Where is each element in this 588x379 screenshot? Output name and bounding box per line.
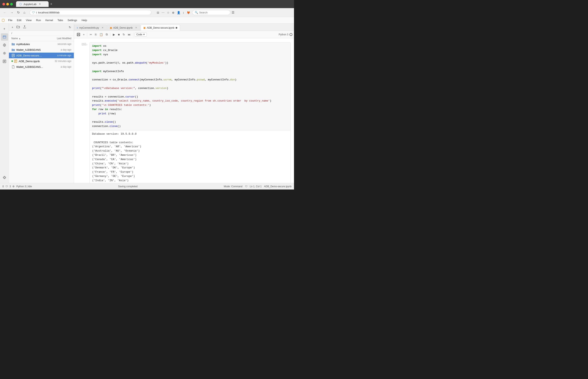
extensions-icon[interactable]: ⋯ [161,10,165,15]
new-file-icon[interactable]: + [1,25,8,32]
new-folder-button[interactable] [16,25,21,30]
svg-rect-0 [3,36,6,38]
svg-point-2 [4,45,5,46]
notebook-content: [3]: import os import cx_Oracle import s… [74,38,294,183]
status-left: 0 🛡 3 ⚙ Python 3 | Idle [2,185,32,188]
commands-icon[interactable] [1,49,8,57]
home-button[interactable]: ⌂ [22,10,27,15]
dropdown-icon: ▼ [143,33,145,35]
notebook-area: ≡ myConnectInfo.py ✕ ▣ ADB_Demo.ipynb ✕ … [74,24,294,183]
restart-button[interactable]: ↻ [121,32,126,37]
file-browser-icon[interactable] [1,33,8,41]
nav-extras: ⊟ ⋯ ☆ ⊕ 👤 ↕ 🦊 [156,10,191,15]
menu-edit[interactable]: Edit [15,18,23,23]
new-tab-button[interactable]: + [49,1,54,7]
tab-close-icon[interactable]: ✕ [101,26,104,29]
table-of-contents-icon[interactable] [1,58,8,65]
addon-icon[interactable]: 🦊 [186,10,191,15]
reload-button[interactable]: ↻ [16,10,21,15]
add-cell-button[interactable]: + [82,32,86,37]
modified-column-header[interactable]: Last Modified [49,37,71,40]
file-name: ADB_Demo-secure.... [16,54,49,57]
user-icon[interactable]: 👤 [176,10,181,15]
name-column-header[interactable]: Name ▲ [11,37,49,40]
file-header: Name ▲ Last Modified [9,36,74,41]
status-filename: ADB_Demo-secure.ipynb [264,185,292,188]
py-file-icon: ≡ [77,26,78,29]
forward-button[interactable]: → [9,10,15,15]
svg-rect-19 [78,33,79,34]
search-input[interactable] [199,11,228,14]
bookmark-icon[interactable]: ⊟ [156,10,160,15]
traffic-lights [2,3,13,5]
file-name: Wallet_AJDBSEANS... [16,65,49,68]
notebook-file-icon: ▣ [110,26,112,29]
new-launcher-button[interactable]: + [11,25,14,30]
tab-adb-demo[interactable]: ▣ ADB_Demo.ipynb ✕ [107,25,140,31]
sort-icon: ▲ [19,37,21,40]
tab-adb-demo-secure[interactable]: ▣ ADB_Demo-secure.ipynb [141,25,180,31]
notebook-icon [11,54,15,57]
close-button[interactable] [2,3,5,5]
status-cell-count: 3 [10,185,11,188]
maximize-button[interactable] [10,3,13,5]
search-box[interactable]: 🔍 [192,10,230,15]
hamburger-menu-icon[interactable]: ☰ [232,11,235,15]
tab-favicon: ⬡ [19,2,22,6]
refresh-button[interactable]: ↻ [68,25,72,30]
file-icon [11,65,15,69]
merge-button[interactable]: ⧉ [104,32,109,37]
tab-myconnectinfo[interactable]: ≡ myConnectInfo.py ✕ [74,25,107,31]
file-item-wallet-folder[interactable]: Wallet_AJDBSEANS a day ago [9,47,74,53]
notebook-file-icon: ▣ [143,26,146,29]
minimize-button[interactable] [6,3,9,5]
cell-body[interactable]: import os import cx_Oracle import sys sy… [89,42,291,183]
status-right: Mode: Command 🛡 Ln 1, Col 1 ADB_Demo-sec… [224,185,292,188]
restart-run-button[interactable]: ⏭ [127,32,132,37]
titlebar: ⬡ JupyterLab ✕ + [0,0,294,8]
copy-button[interactable]: ⎘ [94,32,98,37]
address-input[interactable] [38,11,149,14]
address-icon: ℹ [36,11,37,14]
back-button[interactable]: ← [2,10,8,15]
cell-type-selector[interactable]: Code ▼ [134,32,147,37]
cut-button[interactable]: ✂ [88,32,93,37]
running-kernels-icon[interactable] [1,41,8,49]
paste-button[interactable]: 📋 [98,32,104,37]
pocket-icon[interactable]: ☆ [166,10,170,15]
status-zero: 0 [2,185,4,188]
run-button[interactable]: ▶ [112,32,116,37]
statusbar: 0 🛡 3 ⚙ Python 3 | Idle Saving completed… [0,183,294,190]
file-item-adb-demo[interactable]: ADB_Demo.ipynb 32 minutes ago [9,58,74,64]
file-list: myModules seconds ago Wallet_AJDBSEANS a… [9,41,74,183]
shield-icon: 🛡 [32,11,35,14]
menu-settings[interactable]: Settings [66,18,79,23]
cell-output: Database version: 19.5.0.0.0 COUNTRIES t… [90,130,290,183]
save-button[interactable] [76,32,81,37]
tab-label: ADB_Demo.ipynb [113,26,133,29]
sync-icon[interactable]: ↕ [182,10,185,15]
svg-rect-20 [77,35,80,36]
cell-code[interactable]: import os import cx_Oracle import sys sy… [90,42,290,130]
address-bar[interactable]: 🛡 ℹ [30,10,151,15]
file-item-wallet-file[interactable]: Wallet_AJDBSEANS... a day ago [9,64,74,70]
menu-help[interactable]: Help [80,18,89,23]
file-item-mymodules[interactable]: myModules seconds ago [9,41,74,47]
tab-close-icon[interactable]: ✕ [134,26,138,29]
interrupt-button[interactable]: ■ [117,32,121,37]
browser-tab-jupyterlab[interactable]: ⬡ JupyterLab ✕ [16,1,49,7]
menu-file[interactable]: File [6,18,15,23]
menu-kernel[interactable]: Kernel [43,18,55,23]
toolbar-separator [87,32,87,37]
menu-run[interactable]: Run [34,18,43,23]
lock-icon[interactable]: ⊕ [171,10,175,15]
tab-close-icon[interactable]: ✕ [39,3,41,5]
extension-manager-icon[interactable] [1,174,8,181]
status-kernel: Python 3 | Idle [16,185,32,188]
code-cell: [3]: import os import cx_Oracle import s… [74,42,294,183]
menu-tabs[interactable]: Tabs [55,18,65,23]
menu-view[interactable]: View [24,18,34,23]
status-saving: Saving completed [34,185,222,188]
upload-button[interactable] [22,25,27,30]
file-item-adb-demo-secure[interactable]: ADB_Demo-secure.... a minute ago [9,53,74,58]
